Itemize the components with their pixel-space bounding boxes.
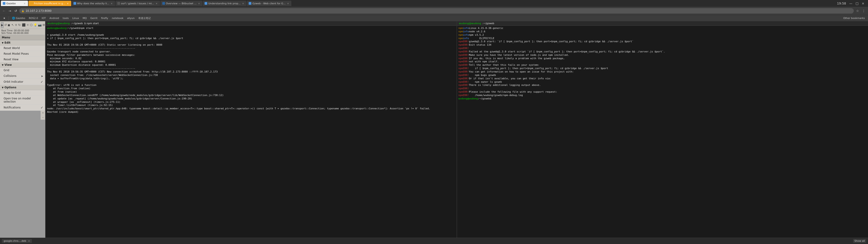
term-line: npm ERR! gzweb@1.3.0 start: `if [ $npm_c… <box>458 40 867 43</box>
term-line: wudong@wudong:~/gzweb$ npm start <box>47 27 455 30</box>
tab-overview[interactable]: Overview — Bitbucket ... × <box>160 1 203 6</box>
tab-friction[interactable]: Friction insufficient in g... × <box>29 1 71 6</box>
term-line: at Function.from (native) <box>47 87 455 90</box>
term-line: npm ERR! <box>458 47 867 50</box>
term-line: at update [as _repeat] (/home/wudong/gzw… <box>47 97 455 100</box>
bookmark-aliyun[interactable]: aliyun <box>126 16 136 20</box>
bookmark-gerrit[interactable]: Gerrit <box>89 16 99 20</box>
open-tree-label: Open tree on model selection <box>4 97 43 103</box>
options-section-header[interactable]: ▼ Options <box>0 85 45 90</box>
tab-actions: 19:58 — □ × <box>836 1 867 6</box>
term-line: Pose message filter parameters between s… <box>47 54 455 57</box>
minimize-btn[interactable]: — <box>848 1 853 6</box>
bottom-tab-label: google-chro....deb <box>4 240 26 242</box>
gazebo-settings-btn[interactable]: ⚙ <box>42 22 45 28</box>
tab-bar: Gazebo × Friction insufficient in g... ×… <box>0 0 868 7</box>
address-box[interactable]: 🔓 10.107.2.173:8080 <box>19 8 854 13</box>
gz-side-plus-btn[interactable]: + <box>41 111 45 115</box>
bookmark-tools[interactable]: tools <box>61 16 70 20</box>
tab-gzweb[interactable]: Gzweb - Web client for G... × <box>247 1 291 6</box>
bookmarks-star[interactable]: ☆ <box>855 8 860 13</box>
tab-gzweb-close[interactable]: × <box>286 2 289 5</box>
bookmark-android[interactable]: Android <box>48 16 61 20</box>
tab-github[interactable]: osrf / gzweb / issues / mi... × <box>116 1 160 6</box>
collisions-item[interactable]: Collisions ▶ <box>0 73 45 79</box>
back-button[interactable]: ← <box>2 8 6 13</box>
term-line: ----------------------------------------… <box>47 47 455 50</box>
tab-gazebo[interactable]: Gazebo × <box>1 1 28 6</box>
understanding-favicon <box>205 2 207 5</box>
close-btn[interactable]: × <box>861 1 865 6</box>
gzweb-favicon <box>249 2 251 5</box>
view-section-label: View <box>4 63 12 66</box>
grid-item[interactable]: Grid <box>0 67 45 73</box>
terminal-left-cmd: $ npm start <box>84 22 98 25</box>
maximize-btn[interactable]: □ <box>855 1 860 6</box>
gazebo-sphere-btn[interactable]: ⚪ <box>26 22 29 28</box>
gazebo-cylinder-btn[interactable]: ⬡ <box>30 22 33 28</box>
gazebo-rotate-btn[interactable]: ↻ <box>18 22 21 28</box>
bottom-tab-chrome-deb[interactable]: google-chro....deb × <box>2 239 32 243</box>
gazebo-step-btn[interactable]: ↺ <box>4 22 7 28</box>
show-all-button[interactable]: Show all <box>853 239 866 243</box>
view-expand-icon: ▼ <box>2 64 4 66</box>
reset-view-item[interactable]: Reset View <box>0 57 45 62</box>
terminal-left-header: wudong@wudong :~/gzweb $ npm start <box>46 21 457 26</box>
gazebo-light-btn[interactable]: 💡 <box>33 22 37 28</box>
tab-github-close[interactable]: × <box>155 2 158 5</box>
gazebo-camera-btn[interactable]: 📷 <box>38 22 42 28</box>
view-section: ▼ View Grid Collisions ▶ Orbit Indicator… <box>0 62 45 85</box>
friction-favicon <box>30 2 33 5</box>
bookmark-firefly[interactable]: firefly <box>100 16 110 20</box>
gazebo-translate-btn[interactable]: ✛ <box>15 22 18 28</box>
reset-model-poses-item[interactable]: Reset Model Poses <box>0 51 45 57</box>
options-expand-icon: ▼ <box>2 86 4 89</box>
terminal-left-body[interactable]: wudong@wudong:~/gzweb$ npm start > gzweb… <box>46 26 457 238</box>
bookmark-ros[interactable]: ROS2.0 <box>27 16 39 20</box>
snap-to-grid-item[interactable]: Snap to Grid <box>0 90 45 96</box>
term-line: npm ERR! There is likely additional logg… <box>458 84 867 87</box>
bookmark-mq[interactable]: MQ <box>81 16 88 20</box>
terminal-right-body[interactable]: npm info Linux 4.15.0-38-generic npm inf… <box>457 26 868 238</box>
tab-velocity-close[interactable]: × <box>110 2 113 5</box>
tab-overview-close[interactable]: × <box>197 2 200 5</box>
term-line: Gazebo transport node connected to gserv… <box>47 50 455 54</box>
bookmark-gazebo[interactable]: 🌐Gazebo <box>11 16 27 20</box>
edit-section-header[interactable]: ▼ Edit <box>0 40 45 45</box>
reset-world-item[interactable]: Reset World <box>0 45 45 51</box>
term-line: npm ERR! Failed at the gzweb@1.3.0 start… <box>458 50 867 54</box>
gazebo-select-btn[interactable]: ↖ <box>11 22 14 28</box>
forward-button[interactable]: → <box>8 8 12 13</box>
term-line <box>47 40 455 43</box>
term-line: npm ERR! npm bugs gzweb <box>458 74 867 77</box>
tab-gazebo-close[interactable]: × <box>23 2 26 5</box>
term-line: npm ERR! You can get information on how … <box>458 70 867 74</box>
terminal-left: wudong@wudong :~/gzweb $ npm start wudon… <box>45 21 457 238</box>
reset-model-poses-label: Reset Model Poses <box>4 52 43 55</box>
bottom-tab-close-icon[interactable]: × <box>28 240 30 242</box>
gazebo-play-btn[interactable]: ▶ <box>1 22 4 28</box>
bookmark-iot[interactable]: IOT <box>40 16 47 20</box>
bookmark-linux[interactable]: Linux <box>71 16 81 20</box>
bookmark-star[interactable]: ★ <box>2 16 7 20</box>
gazebo-box-btn[interactable]: ⬛ <box>22 22 26 28</box>
terminal-left-user: wudong@wudong <box>48 22 70 25</box>
bookmark-notebook[interactable]: notebook <box>111 16 125 20</box>
reload-button[interactable]: ↺ <box>13 8 18 13</box>
notifications-label: Notifications <box>4 106 40 109</box>
gz-side-minus-btn[interactable]: − <box>41 115 45 120</box>
orbit-indicator-item[interactable]: Orbit Indicator ✓ <box>0 79 45 85</box>
notifications-item[interactable]: Notifications ✓ <box>0 104 45 111</box>
tab-understanding-close[interactable]: × <box>241 2 245 5</box>
tab-understanding[interactable]: Understanding link prop... × <box>203 1 246 6</box>
bookmark-youdao[interactable]: 有道云笔记 <box>137 16 152 20</box>
settings-btn[interactable]: ⋮ <box>861 8 866 13</box>
tab-friction-close[interactable]: × <box>66 2 69 5</box>
gazebo-stop-btn[interactable]: ◼ <box>7 22 10 28</box>
term-line: npm ERR! if [ $npm_config_port ]; then p… <box>458 67 867 70</box>
options-section-label: Options <box>4 86 17 89</box>
tab-velocity[interactable]: Why does the velocity li... × <box>72 1 115 6</box>
bookmark-other[interactable]: Other bookmarks <box>842 16 866 20</box>
view-section-header[interactable]: ▼ View <box>0 62 45 67</box>
open-tree-item[interactable]: Open tree on model selection <box>0 96 45 104</box>
